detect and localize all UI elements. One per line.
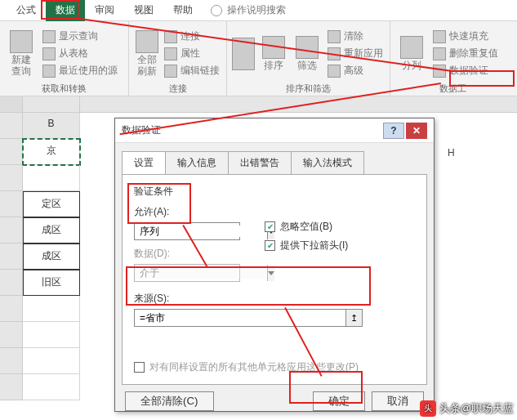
row-header[interactable]	[0, 322, 23, 348]
source-label: 来源(S):	[134, 292, 415, 306]
from-table-button[interactable]: 从表格	[41, 46, 119, 61]
dialog-help-button[interactable]: ?	[383, 123, 404, 139]
row-header[interactable]	[0, 113, 23, 139]
range-picker-button[interactable]: ↥	[345, 310, 362, 326]
new-query-button[interactable]: 新建 查询	[5, 25, 38, 83]
tab-data[interactable]: 数据	[46, 0, 85, 21]
filter-button[interactable]: 筛选	[292, 25, 323, 83]
checkbox-icon: ✔	[134, 362, 145, 373]
cell[interactable]: 成区	[23, 244, 80, 270]
properties-button[interactable]: 属性	[163, 46, 221, 61]
dedup-icon	[433, 47, 446, 60]
sort2-icon	[262, 36, 285, 59]
bulb-icon	[211, 5, 222, 16]
flash-fill-icon	[433, 30, 446, 43]
dialog-tab-error[interactable]: 出错警告	[228, 151, 292, 174]
tab-view[interactable]: 视图	[124, 0, 163, 21]
col-header-h[interactable]: H	[448, 147, 455, 159]
row-header[interactable]	[0, 139, 23, 165]
group-label-3: 排序和筛选	[227, 83, 390, 95]
reapply-icon	[328, 47, 341, 60]
dialog-titlebar[interactable]: 数据验证 ? ✕	[115, 118, 434, 143]
cancel-button[interactable]: 取消	[372, 391, 424, 411]
source-input-wrapper: ↥	[134, 309, 363, 327]
row-header[interactable]	[0, 191, 23, 217]
allow-input[interactable]	[135, 226, 267, 237]
col-header[interactable]	[23, 96, 80, 112]
watermark: 头 头条@职场天蓝	[420, 400, 514, 417]
dialog-tab-settings[interactable]: 设置	[122, 151, 166, 174]
flash-fill-button[interactable]: 快速填充	[431, 29, 500, 44]
sort-button[interactable]: 排序	[258, 25, 288, 83]
text-to-columns-label: 分列	[402, 60, 421, 71]
clear-all-button[interactable]: 全部清除(C)	[125, 391, 214, 411]
apply-all-label: 对有同样设置的所有其他单元格应用这些更改(P)	[149, 360, 359, 374]
dialog-tab-input-msg[interactable]: 输入信息	[165, 151, 229, 174]
cell[interactable]	[23, 165, 80, 191]
row-header[interactable]	[0, 244, 23, 270]
recent-sources-icon	[42, 65, 56, 78]
advanced-button[interactable]: 高级	[326, 63, 385, 78]
cell-header-b[interactable]: B	[23, 113, 80, 139]
cell[interactable]: 京	[23, 139, 80, 165]
select-all-corner[interactable]	[0, 96, 23, 112]
allow-combo[interactable]	[134, 222, 240, 240]
cell[interactable]: 成区	[23, 217, 80, 244]
connections-button[interactable]: 连接	[163, 29, 221, 44]
remove-duplicates-button[interactable]: 删除重复值	[431, 46, 500, 61]
edit-links-button[interactable]: 编辑链接	[163, 63, 221, 78]
cell[interactable]: 定区	[23, 191, 80, 217]
source-input[interactable]	[135, 310, 345, 326]
row-header[interactable]	[0, 296, 23, 322]
row-header[interactable]	[0, 270, 23, 296]
filter-icon	[296, 36, 319, 59]
reapply-label: 重新应用	[344, 47, 383, 60]
row-header[interactable]	[0, 374, 23, 400]
from-table-label: 从表格	[59, 47, 88, 60]
recent-sources-button[interactable]: 最近使用的源	[41, 63, 119, 78]
tab-help[interactable]: 帮助	[163, 0, 203, 21]
cell[interactable]	[23, 322, 80, 348]
new-query-label: 新建 查询	[11, 55, 31, 76]
reapply-button[interactable]: 重新应用	[326, 46, 385, 61]
show-queries-button[interactable]: 显示查询	[41, 29, 119, 44]
refresh-all-button[interactable]: 全部 刷新	[134, 25, 159, 83]
tell-me-search[interactable]: 操作说明搜索	[211, 3, 286, 17]
properties-label: 属性	[181, 47, 200, 60]
apply-all-checkbox[interactable]: ✔对有同样设置的所有其他单元格应用这些更改(P)	[134, 360, 359, 374]
cell[interactable]	[23, 348, 80, 374]
clear-filter-button[interactable]: 清除	[326, 29, 385, 44]
row-header[interactable]	[0, 217, 23, 244]
refresh-icon	[136, 30, 158, 53]
sort-az-button[interactable]	[232, 25, 255, 83]
connections-label: 连接	[181, 29, 200, 43]
data-combo	[134, 264, 240, 282]
group-sort-filter: 排序 筛选 清除 重新应用 高级 排序和筛选	[227, 21, 390, 96]
dialog-tab-ime[interactable]: 输入法模式	[291, 151, 364, 174]
text-to-columns-button[interactable]: 分列	[395, 25, 428, 83]
validation-icon	[433, 65, 446, 78]
cell[interactable]: 旧区	[23, 270, 80, 296]
validation-section-label: 验证条件	[134, 185, 415, 199]
allow-label: 允许(A):	[134, 205, 240, 219]
cell[interactable]	[23, 296, 80, 322]
dialog-close-button[interactable]: ✕	[406, 123, 427, 139]
ignore-blank-checkbox[interactable]: ✔忽略空值(B)	[265, 220, 348, 234]
edit-links-label: 编辑链接	[181, 64, 220, 78]
tab-formulas[interactable]: 公式	[7, 0, 46, 21]
row-header[interactable]	[0, 165, 23, 191]
ok-button[interactable]: 确定	[313, 391, 365, 411]
data-validation-button[interactable]: 数据验证	[431, 63, 500, 78]
remove-duplicates-label: 删除重复值	[449, 47, 498, 60]
dialog-title: 数据验证	[122, 123, 161, 137]
cell[interactable]	[23, 374, 80, 400]
from-table-icon	[42, 47, 56, 60]
dropdown-arrow-checkbox[interactable]: ✔提供下拉箭头(I)	[265, 239, 348, 252]
group-get-transform: 新建 查询 显示查询 从表格 最近使用的源 获取和转换	[0, 21, 129, 96]
properties-icon	[164, 47, 177, 60]
filter-label: 筛选	[297, 60, 317, 71]
dialog-buttons: 全部清除(C) 确定 取消	[115, 391, 434, 419]
sort-icon	[232, 38, 255, 70]
row-header[interactable]	[0, 348, 23, 374]
tab-review[interactable]: 审阅	[85, 0, 124, 21]
